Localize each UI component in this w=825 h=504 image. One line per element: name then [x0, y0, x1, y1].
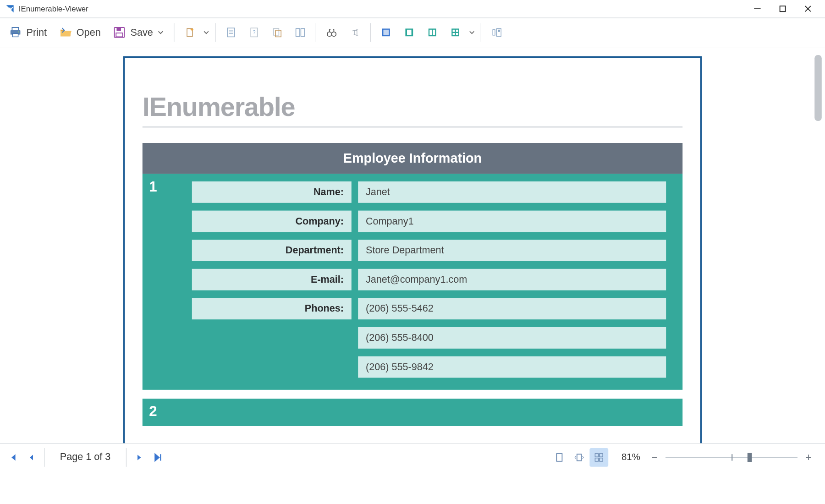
- title-divider: [143, 126, 682, 127]
- page-question-icon: ?: [249, 27, 260, 38]
- svg-rect-47: [595, 453, 598, 456]
- field-label: Name:: [192, 181, 352, 203]
- copy-icon: [272, 27, 283, 38]
- page-sparkle-icon: [184, 27, 195, 38]
- field-value: Company1: [358, 211, 666, 232]
- app-logo-icon: [5, 3, 16, 14]
- svg-rect-39: [456, 30, 458, 32]
- view-mode-1-button[interactable]: [376, 24, 396, 41]
- svg-rect-6: [12, 27, 18, 30]
- field-value: Store Department: [358, 240, 666, 261]
- status-bar: Page 1 of 3 81% −: [0, 443, 825, 471]
- design-button[interactable]: [180, 24, 200, 41]
- svg-rect-22: [296, 28, 300, 36]
- view-mode-2-button[interactable]: [399, 24, 419, 41]
- svg-rect-8: [13, 33, 18, 37]
- green-page-icon: [404, 27, 415, 38]
- section-header: Employee Information: [143, 143, 682, 174]
- window-title: IEnumerable-Viewer: [19, 5, 745, 13]
- zoom-out-button[interactable]: −: [648, 451, 661, 464]
- find-button[interactable]: [322, 24, 341, 41]
- chevron-down-icon[interactable]: [203, 29, 209, 36]
- field-value: Janet@company1.com: [358, 269, 666, 290]
- status-separator: [44, 448, 44, 466]
- save-label: Save: [130, 27, 153, 38]
- blue-block-icon: [381, 27, 392, 38]
- text-cursor-icon: T: [349, 27, 360, 38]
- svg-rect-20: [274, 28, 279, 35]
- field-row: Phones: (206) 555-5462: [192, 298, 666, 319]
- save-button[interactable]: Save: [108, 22, 168, 42]
- employee-record: 1 Name: Janet Company: Company1 Departme…: [143, 174, 682, 390]
- green-grid-icon: [450, 27, 461, 38]
- next-page-button[interactable]: [130, 448, 148, 466]
- field-row: (206) 555-9842: [192, 356, 666, 378]
- svg-rect-23: [301, 28, 305, 36]
- record-number: 1: [149, 178, 157, 195]
- chevron-down-icon[interactable]: [469, 29, 475, 36]
- view-mode-group: [550, 448, 608, 466]
- svg-rect-41: [456, 33, 458, 35]
- svg-rect-48: [600, 453, 603, 456]
- text-select-button[interactable]: T: [345, 24, 365, 41]
- field-label: Department:: [192, 240, 352, 261]
- svg-point-9: [18, 31, 19, 32]
- toolbar-separator: [370, 23, 371, 42]
- dual-page-button[interactable]: [291, 24, 310, 41]
- thumbnail-panel-icon: [491, 27, 502, 38]
- toolbar-separator: [481, 23, 481, 42]
- page-setup-button[interactable]: [221, 24, 241, 41]
- prev-page-button[interactable]: [22, 448, 41, 466]
- zoom-control: − +: [648, 451, 815, 464]
- view-mode-3-button[interactable]: [423, 24, 442, 41]
- last-page-button[interactable]: [148, 448, 167, 466]
- view-mode-4-button[interactable]: [446, 24, 465, 41]
- status-separator: [126, 448, 126, 466]
- field-value: (206) 555-9842: [358, 356, 666, 378]
- bookmarks-button[interactable]: [487, 24, 506, 41]
- record-number: 2: [149, 403, 157, 420]
- svg-rect-14: [228, 28, 234, 37]
- field-row: Department: Store Department: [192, 240, 666, 261]
- svg-point-24: [327, 32, 332, 37]
- maximize-button[interactable]: [770, 0, 795, 17]
- svg-rect-42: [493, 30, 495, 35]
- svg-rect-49: [595, 458, 598, 461]
- open-button[interactable]: Open: [55, 22, 105, 42]
- print-button[interactable]: Print: [5, 22, 51, 42]
- field-label: E-mail:: [192, 269, 352, 290]
- folder-open-icon: [59, 26, 72, 39]
- vertical-scrollbar[interactable]: [814, 55, 822, 121]
- field-row: E-mail: Janet@company1.com: [192, 269, 666, 290]
- zoom-slider[interactable]: [666, 452, 798, 463]
- multi-page-mode-icon: [594, 452, 604, 462]
- fit-width-mode[interactable]: [570, 448, 588, 466]
- zoom-slider-thumb[interactable]: [748, 453, 752, 461]
- save-icon: [113, 26, 126, 39]
- field-row: (206) 555-8400: [192, 327, 666, 349]
- print-label: Print: [27, 27, 47, 38]
- toolbar-separator: [174, 23, 174, 42]
- title-bar: IEnumerable-Viewer: [0, 0, 825, 17]
- svg-rect-50: [600, 458, 603, 461]
- close-button[interactable]: [795, 0, 820, 17]
- toolbar-separator: [215, 23, 215, 42]
- chevron-down-icon: [157, 29, 164, 36]
- single-page-mode[interactable]: [550, 448, 569, 466]
- svg-rect-36: [433, 30, 435, 35]
- field-label-empty: [192, 327, 352, 349]
- first-page-button[interactable]: [3, 448, 22, 466]
- zoom-in-button[interactable]: +: [802, 451, 815, 464]
- copy-button[interactable]: [267, 24, 287, 41]
- parameters-button[interactable]: ?: [244, 24, 264, 41]
- green-two-col-icon: [427, 27, 438, 38]
- window-controls: [745, 0, 821, 17]
- last-page-icon: [153, 452, 163, 462]
- zoom-level: 81%: [622, 452, 640, 463]
- svg-rect-46: [577, 454, 582, 460]
- first-page-icon: [8, 452, 18, 462]
- minimize-button[interactable]: [745, 0, 770, 17]
- report-title: IEnumerable: [143, 92, 682, 122]
- document-viewport: IEnumerable Employee Information 1 Name:…: [0, 47, 825, 443]
- multi-page-mode[interactable]: [589, 448, 608, 466]
